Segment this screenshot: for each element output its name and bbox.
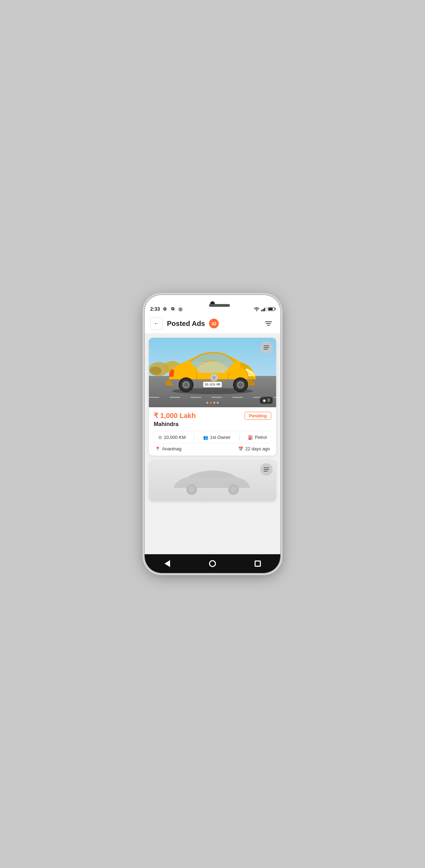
calendar-icon bbox=[238, 446, 243, 451]
users-icon bbox=[203, 434, 208, 440]
details-row: Anantnag 22 days ago bbox=[154, 446, 271, 451]
owner-spec: 1st Owner bbox=[203, 434, 231, 440]
listing-status-badge: Pending bbox=[244, 412, 271, 420]
header-left: ← Posted Ads 32 bbox=[150, 317, 219, 330]
road-line bbox=[149, 397, 276, 398]
dot-3 bbox=[213, 402, 215, 404]
nav-recents-button[interactable] bbox=[251, 557, 265, 571]
car-listing-card[interactable]: OO-020-MM bbox=[149, 338, 276, 456]
car-make: Mahindra bbox=[154, 421, 271, 427]
view-count-value: 0 bbox=[267, 398, 270, 403]
status-right bbox=[254, 306, 275, 311]
svg-text:OO-020-MM: OO-020-MM bbox=[205, 383, 220, 386]
dot-1 bbox=[206, 402, 208, 404]
spec-divider-2 bbox=[239, 434, 240, 440]
owner-value: 1st Owner bbox=[210, 435, 231, 440]
filter-icon bbox=[265, 321, 272, 326]
fuel-spec: Petrol bbox=[248, 434, 267, 440]
nav-back-icon bbox=[165, 560, 170, 567]
posted-detail: 22 days ago bbox=[238, 446, 270, 451]
car-placeholder-image bbox=[165, 466, 260, 496]
fuel-value: Petrol bbox=[255, 435, 267, 440]
status-time: 2:33 bbox=[150, 306, 160, 312]
view-count: 0 bbox=[260, 397, 273, 404]
price-row: ₹ 1,000 Lakh Pending bbox=[154, 411, 271, 420]
back-button[interactable]: ← bbox=[150, 317, 163, 330]
hamburger-icon bbox=[264, 345, 269, 350]
app-header: ← Posted Ads 32 bbox=[145, 314, 280, 334]
posted-ago-value: 22 days ago bbox=[245, 446, 270, 451]
car-listing-card-2[interactable] bbox=[149, 460, 276, 501]
eye-icon bbox=[263, 398, 266, 403]
ads-count-badge: 32 bbox=[209, 319, 219, 328]
battery-icon bbox=[268, 307, 275, 311]
mileage-spec: 10,000 KM bbox=[158, 434, 186, 440]
svg-point-35 bbox=[189, 486, 194, 492]
back-arrow-icon: ← bbox=[154, 320, 159, 327]
svg-point-0 bbox=[256, 310, 257, 311]
location-icon bbox=[155, 446, 160, 451]
nav-home-icon bbox=[209, 560, 216, 567]
hamburger-icon-2 bbox=[264, 467, 269, 472]
mileage-value: 10,000 KM bbox=[164, 435, 186, 440]
phone-screen: 2:33 bbox=[145, 295, 280, 573]
gear-icon bbox=[162, 306, 168, 312]
status-left: 2:33 bbox=[150, 306, 183, 312]
specs-row: 10,000 KM 1st Owner Petrol bbox=[154, 431, 271, 443]
dot-2 bbox=[210, 402, 212, 404]
card-2-menu-button[interactable] bbox=[260, 463, 273, 476]
svg-point-34 bbox=[230, 486, 236, 492]
speaker bbox=[209, 304, 230, 307]
nav-back-button[interactable] bbox=[160, 557, 174, 571]
bottom-nav-bar bbox=[145, 554, 280, 573]
wifi-icon bbox=[254, 307, 260, 311]
car-price: ₹ 1,000 Lakh bbox=[154, 411, 196, 420]
no-entry-icon bbox=[177, 306, 183, 312]
dot-4 bbox=[217, 402, 219, 404]
battery-fill bbox=[268, 308, 273, 310]
page-title: Posted Ads bbox=[167, 320, 205, 328]
odometer-icon bbox=[158, 434, 162, 440]
card-menu-button[interactable] bbox=[260, 341, 273, 354]
copy-icon bbox=[170, 306, 175, 312]
nav-home-button[interactable] bbox=[206, 557, 219, 571]
location-value: Anantnag bbox=[162, 446, 182, 451]
filter-button[interactable] bbox=[262, 317, 275, 330]
nav-recents-icon bbox=[255, 560, 261, 567]
location-detail: Anantnag bbox=[155, 446, 182, 451]
signal-icon bbox=[261, 306, 266, 311]
car-image-container: OO-020-MM bbox=[149, 338, 276, 407]
card-body: ₹ 1,000 Lakh Pending Mahindra 10,000 KM bbox=[149, 407, 276, 456]
car-image: OO-020-MM bbox=[157, 345, 268, 395]
phone-frame: 2:33 bbox=[145, 295, 280, 573]
content-area: OO-020-MM bbox=[145, 334, 280, 554]
image-dots-indicator bbox=[206, 402, 219, 404]
fuel-icon bbox=[248, 434, 253, 440]
spec-divider-1 bbox=[194, 434, 194, 440]
